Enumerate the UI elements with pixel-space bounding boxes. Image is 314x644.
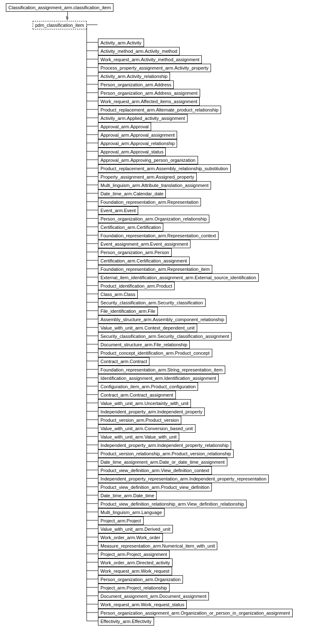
- list-item: External_item_identification_assignment_…: [98, 273, 259, 282]
- list-item: Multi_linguism_arm.Attribute_translation…: [98, 181, 211, 190]
- list-item: Product_view_definition_arm.Product_view…: [98, 483, 212, 491]
- list-item: Person_organization_arm.Address_assignme…: [98, 89, 200, 97]
- list-item: Product_version_arm.Product_version: [98, 416, 181, 424]
- intermediate-node: pdm_classification_item: [33, 21, 87, 29]
- list-item: Person_organization_arm.Person: [98, 248, 172, 257]
- list-item: Contract_arm.Contract_assignment: [98, 391, 176, 399]
- diagram-container: b Classification_assignment_arm.classifi…: [0, 0, 314, 12]
- list-item: Value_with_unit_arm.Conversion_based_uni…: [98, 424, 196, 433]
- svg-text:b: b: [66, 16, 69, 20]
- list-item: Work_request_arm.Affected_items_assignme…: [98, 97, 200, 106]
- list-item: Project_arm.Project: [98, 517, 144, 525]
- list-item: Independent_property_arm.Independent_pro…: [98, 441, 231, 449]
- list-item: Independent_property_arm.Independent_pro…: [98, 408, 205, 416]
- list-item: Configuration_item_arm.Product_configura…: [98, 382, 198, 391]
- list-item: Property_assignment_arm.Assigned_propert…: [98, 173, 197, 181]
- root-node: Classification_assignment_arm.classifica…: [6, 3, 113, 12]
- list-item: Identification_assignment_arm.Identifica…: [98, 374, 219, 382]
- list-item: Security_classification_arm.Security_cla…: [98, 299, 206, 307]
- list-item: Multi_linguism_arm.Language: [98, 508, 165, 517]
- list-item: Work_order_arm.Directed_activity: [98, 558, 172, 567]
- list-item: Event_assignment_arm.Event_assignment: [98, 240, 190, 248]
- list-item: Value_with_unit_arm.Context_dependent_un…: [98, 324, 197, 332]
- list-item: Value_with_unit_arm.Value_with_unit: [98, 433, 179, 441]
- list-item: Foundation_representation_arm.Representa…: [98, 198, 201, 206]
- list-item: Work_request_arm.Work_request_status: [98, 600, 187, 609]
- list-item: Person_organization_arm.Address: [98, 80, 174, 89]
- list-item: Event_arm.Event: [98, 206, 138, 215]
- list-item: Product_identification_arm.Product: [98, 282, 175, 290]
- list-item: Date_time_assignment_arm.Date_or_date_ti…: [98, 458, 227, 466]
- list-item: Project_arm.Project_assignment: [98, 550, 170, 558]
- list-item: Date_time_arm.Calendar_date: [98, 190, 166, 198]
- list-item: Foundation_representation_arm.Representa…: [98, 265, 212, 273]
- list-item: Measure_representation_arm.Numerical_ite…: [98, 542, 217, 550]
- list-item: Approval_arm.Approval: [98, 122, 151, 131]
- list-item: File_identification_arm.File: [98, 307, 158, 315]
- list-item: Value_with_unit_arm.Derived_unit: [98, 525, 173, 533]
- list-item: Project_arm.Project_relationship: [98, 584, 170, 592]
- list-item: Product_version_relationship_arm.Product…: [98, 449, 234, 458]
- list-item: Foundation_representation_arm.String_rep…: [98, 366, 225, 374]
- list-item: Approval_arm.Approval_status: [98, 148, 166, 156]
- list-item: Work_request_arm.Activity_method_assignm…: [98, 55, 202, 64]
- list-item: Product_replacement_arm.Alternate_produc…: [98, 106, 221, 114]
- list-item: Product_view_definition_arm.View_definit…: [98, 466, 212, 475]
- list-item: Activity_method_arm.Activity_method: [98, 47, 180, 55]
- list-item: Activity_arm.Applied_activity_assignment: [98, 114, 188, 122]
- list-item: Assembly_structure_arm.Assembly_componen…: [98, 315, 226, 324]
- list-item: Document_assignment_arm.Document_assignm…: [98, 592, 209, 600]
- list-item: Value_with_unit_arm.Uncertainty_with_uni…: [98, 399, 191, 408]
- list-item: Effectivity_arm.Effectivity: [98, 617, 154, 626]
- list-item: Person_organization_arm.Organization: [98, 575, 183, 584]
- list-item: Product_view_definition_relationship_arm…: [98, 500, 247, 508]
- list-item: Security_classification_arm.Security_cla…: [98, 332, 232, 340]
- list-item: Foundation_representation_arm.Representa…: [98, 231, 219, 240]
- list-item: Approval_arm.Approval_relationship: [98, 139, 177, 148]
- list-item: Approval_arm.Approval_assignment: [98, 131, 177, 139]
- list-item: Activity_arm.Activity: [98, 39, 144, 47]
- list-item: Person_organization_assignment_arm.Organ…: [98, 609, 293, 617]
- list-item: Person_organization_arm.Organization_rel…: [98, 215, 209, 223]
- list-item: Work_request_arm.Work_request: [98, 567, 172, 575]
- list-item: Date_time_arm.Date_time: [98, 491, 157, 500]
- list-item: Product_replacement_arm.Assembly_relatio…: [98, 164, 231, 173]
- list-item: Class_arm.Class: [98, 290, 138, 299]
- list-item: Contract_arm.Contract: [98, 357, 149, 366]
- list-item: Document_structure_arm.File_relationship: [98, 340, 190, 349]
- list-item: Activity_arm.Activity_relationship: [98, 72, 170, 80]
- list-item: Certification_arm.Certification_assignme…: [98, 257, 190, 265]
- list-item: Certification_arm.Certification: [98, 223, 163, 231]
- list-item: Independent_property_representation_arm.…: [98, 475, 269, 483]
- list-item: Approval_arm.Approving_person_organizati…: [98, 156, 198, 164]
- list-item: Process_property_assignment_arm.Activity…: [98, 64, 211, 72]
- list-item: Work_order_arm.Work_order: [98, 533, 163, 542]
- list-item: Product_concept_identification_arm.Produ…: [98, 349, 212, 357]
